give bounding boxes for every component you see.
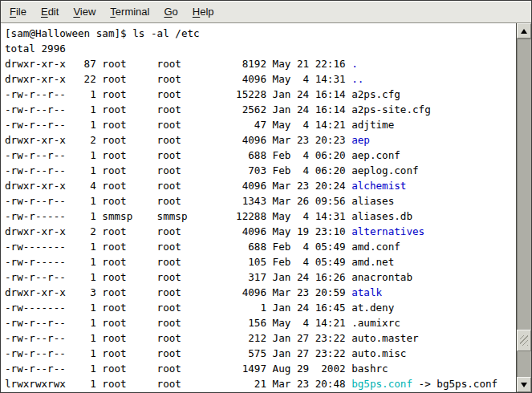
file-attributes: -rw-r--r-- 1 root root 1343 Mar 26 09:56 — [5, 195, 351, 207]
terminal-body: [sam@Halloween sam]$ ls -al /etctotal 29… — [1, 23, 531, 392]
file-attributes: -rw-r--r-- 1 root root 15228 Jan 24 16:1… — [5, 88, 351, 100]
directory-name: .. — [351, 73, 363, 85]
arrow-down-icon — [521, 383, 527, 387]
terminal-line: -rw-r--r-- 1 root root 15228 Jan 24 16:1… — [5, 87, 516, 102]
terminal-line: lrwxrwxrwx 1 root root 21 Mar 23 20:48 b… — [5, 376, 516, 391]
file-attributes: -rw-r--r-- 1 root root 1497 Aug 29 2002 — [5, 363, 351, 375]
file-attributes: drwxr-xr-x 4 root root 4096 Mar 23 20:24 — [5, 180, 351, 192]
file-name: adjtime — [351, 119, 394, 131]
terminal-line: drwxr-xr-x 2 root root 4096 Mar 23 20:23… — [5, 132, 516, 148]
file-attributes: -rw-r----- 1 root root 105 Feb 4 05:49 — [5, 256, 351, 268]
file-attributes: drwxr-xr-x 3 root root 4096 Mar 23 20:59 — [5, 286, 351, 298]
terminal-line: -rw------- 1 root root 688 Feb 4 05:49 a… — [5, 239, 516, 254]
terminal-line: -rw-r--r-- 1 root root 1497 Aug 29 2002 … — [5, 361, 516, 376]
terminal-line: -rw-r----- 1 root root 105 Feb 4 05:49 a… — [5, 254, 516, 269]
menu-item-edit[interactable]: Edit — [34, 2, 66, 22]
terminal-line: -rw-r--r-- 1 root root 212 Jan 27 23:22 … — [5, 330, 516, 346]
file-attributes: -rw-r----- 1 smmsp smmsp 12288 May 4 14:… — [5, 210, 351, 222]
file-attributes: -rw------- 1 root root 688 Feb 4 05:49 — [5, 241, 351, 253]
file-attributes: drwxr-xr-x 2 root root 4096 May 19 23:10 — [5, 225, 351, 237]
file-name: a2ps-site.cfg — [351, 103, 431, 115]
file-name: aeplog.conf — [351, 164, 418, 176]
file-name: aliases — [351, 195, 394, 207]
terminal-line: [sam@Halloween sam]$ ls -al /etc — [5, 26, 516, 41]
scroll-up-button[interactable] — [517, 23, 531, 38]
file-attributes: lrwxrwxrwx 1 root root 21 Mar 23 20:48 — [5, 378, 351, 390]
directory-name: alchemist — [351, 180, 406, 192]
terminal-output[interactable]: [sam@Halloween sam]$ ls -al /etctotal 29… — [1, 23, 516, 392]
terminal-line: drwxr-xr-x 2 root root 4096 May 19 23:10… — [5, 224, 516, 239]
symlink-name: bg5ps.conf — [351, 378, 412, 390]
terminal-line: -rw-r--r-- 1 root root 47 May 4 14:21 ad… — [5, 117, 516, 132]
file-name: amd.net — [351, 256, 394, 268]
scroll-down-button[interactable] — [517, 377, 531, 392]
terminal-line: total 2996 — [5, 41, 516, 56]
terminal-line: -rw-r--r-- 1 root root 317 Jan 24 16:26 … — [5, 269, 516, 285]
terminal-line: drwxr-xr-x 87 root root 8192 May 21 22:1… — [5, 56, 516, 71]
menu-item-help[interactable]: Help — [185, 2, 221, 22]
file-attributes: -rw------- 1 root root 1 Jan 24 16:45 — [5, 302, 351, 314]
terminal-line: -rw-r--r-- 1 root root 575 Jan 27 23:22 … — [5, 346, 516, 361]
menu-item-file[interactable]: File — [2, 2, 34, 22]
file-name: auto.misc — [351, 347, 406, 359]
terminal-line: -rw-r--r-- 1 root root 703 Feb 4 06:20 a… — [5, 163, 516, 178]
terminal-line: -rw-r--r-- 1 root root 1343 Mar 26 09:56… — [5, 193, 516, 209]
file-name: anacrontab — [351, 271, 412, 283]
file-name: aep.conf — [351, 149, 400, 161]
file-attributes: -rw-r--r-- 1 root root 156 May 4 14:21 — [5, 317, 351, 329]
file-attributes: -rw-r--r-- 1 root root 2562 Jan 24 16:14 — [5, 103, 351, 115]
terminal-line: drwxr-xr-x 4 root root 4096 Mar 23 20:24… — [5, 178, 516, 193]
file-attributes: drwxr-xr-x 87 root root 8192 May 21 22:1… — [5, 58, 351, 70]
terminal-line: -rw-r----- 1 smmsp smmsp 12288 May 4 14:… — [5, 209, 516, 224]
arrow-up-icon — [521, 29, 527, 34]
file-name: at.deny — [351, 302, 394, 314]
menu-bar: FileEditViewTerminalGoHelp — [1, 1, 531, 23]
file-name: aliases.db — [351, 210, 412, 222]
file-name: auto.master — [351, 332, 418, 344]
file-name: .aumixrc — [351, 317, 400, 329]
file-name: amd.conf — [351, 241, 400, 253]
directory-name: atalk — [351, 286, 382, 298]
terminal-line: -rw-r--r-- 1 root root 688 Feb 4 06:20 a… — [5, 148, 516, 163]
directory-name: aep — [351, 134, 370, 146]
directory-name: alternatives — [351, 225, 424, 237]
file-attributes: drwxr-xr-x 2 root root 4096 Mar 23 20:23 — [5, 134, 351, 146]
terminal-line: -rw-r--r-- 1 root root 156 May 4 14:21 .… — [5, 315, 516, 330]
file-attributes: -rw-r--r-- 1 root root 212 Jan 27 23:22 — [5, 332, 351, 344]
file-attributes: -rw-r--r-- 1 root root 575 Jan 27 23:22 — [5, 347, 351, 359]
file-attributes: -rw-r--r-- 1 root root 703 Feb 4 06:20 — [5, 164, 351, 176]
symlink-target: -> bg5ps.conf — [412, 378, 497, 390]
terminal-line: -rw------- 1 root root 1 Jan 24 16:45 at… — [5, 300, 516, 315]
scrollbar-trough[interactable] — [517, 38, 531, 377]
menu-item-go[interactable]: Go — [156, 2, 185, 22]
directory-name: . — [351, 58, 358, 70]
file-attributes: -rw-r--r-- 1 root root 47 May 4 14:21 — [5, 119, 351, 131]
menu-item-terminal[interactable]: Terminal — [103, 2, 156, 22]
terminal-line: drwxr-xr-x 22 root root 4096 May 4 14:31… — [5, 71, 516, 87]
file-attributes: -rw-r--r-- 1 root root 317 Jan 24 16:26 — [5, 271, 351, 283]
file-attributes: drwxr-xr-x 22 root root 4096 May 4 14:31 — [5, 73, 351, 85]
file-attributes: -rw-r--r-- 1 root root 688 Feb 4 06:20 — [5, 149, 351, 161]
terminal-line: -rw-r--r-- 1 root root 2562 Jan 24 16:14… — [5, 102, 516, 117]
terminal-window: FileEditViewTerminalGoHelp [sam@Hallowee… — [0, 0, 532, 393]
vertical-scrollbar[interactable] — [516, 23, 531, 392]
menu-item-view[interactable]: View — [66, 2, 103, 22]
file-name: a2ps.cfg — [351, 88, 400, 100]
terminal-line: drwxr-xr-x 3 root root 4096 Mar 23 20:59… — [5, 285, 516, 300]
file-name: bashrc — [351, 363, 388, 375]
scrollbar-thumb[interactable] — [517, 330, 531, 351]
thumb-grip-icon — [520, 335, 528, 346]
